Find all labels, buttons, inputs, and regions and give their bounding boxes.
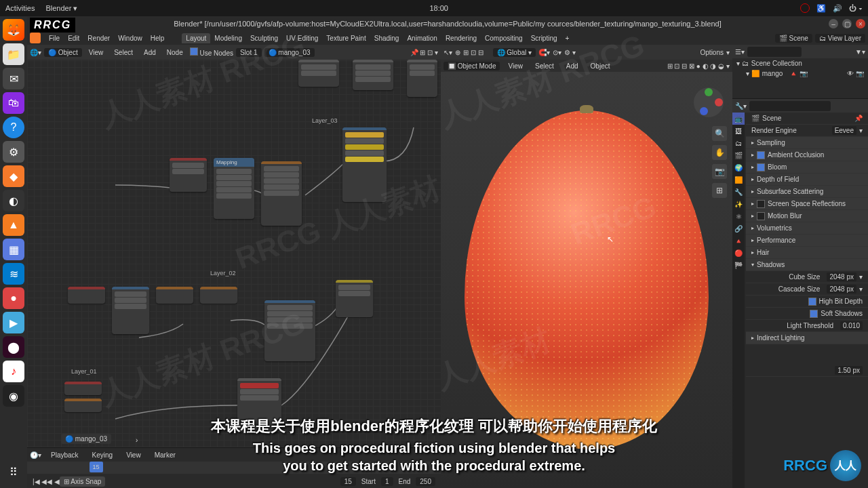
- vp-options-chevron[interactable]: ▾: [726, 49, 730, 56]
- prop-motion-blur[interactable]: ▸ Motion Blur: [746, 210, 868, 222]
- tl-view[interactable]: View: [122, 451, 145, 459]
- slot-dd[interactable]: Slot 1: [236, 48, 262, 57]
- tab-material[interactable]: 🔴: [732, 247, 745, 259]
- tab-render[interactable]: 📺: [732, 113, 745, 125]
- menu-help[interactable]: Help: [146, 35, 169, 42]
- tab-data[interactable]: 🔺: [732, 235, 745, 247]
- tab-object[interactable]: 🟧: [732, 174, 745, 186]
- prop-bloom[interactable]: ▸ Bloom: [746, 161, 868, 174]
- node-mapping-l2[interactable]: [112, 287, 149, 334]
- vp-orientation[interactable]: 🌐 Global ▾: [493, 48, 536, 57]
- camera-icon[interactable]: 📷: [712, 164, 727, 179]
- ws-sculpting[interactable]: Sculpting: [246, 33, 282, 43]
- timeline-icon[interactable]: 🕐▾: [30, 451, 41, 459]
- menu-window[interactable]: Window: [114, 35, 146, 42]
- outliner-item-mango[interactable]: ▾ 🟧 mango 🔺 📷 👁 📷: [732, 68, 868, 79]
- node-material-breadcrumb[interactable]: 🔵 mango_03: [61, 434, 111, 444]
- prop-render-engine[interactable]: Render EngineEevee ▾: [746, 125, 868, 137]
- clock[interactable]: 18:00: [77, 4, 800, 12]
- prop-scene-row[interactable]: 🎬 Scene📌: [746, 113, 868, 125]
- prop-cascade-size[interactable]: Cascade Size2048 px ▾: [746, 283, 868, 296]
- tl-marker[interactable]: Marker: [151, 451, 180, 459]
- node-generic-1[interactable]: [298, 60, 339, 87]
- ws-uv[interactable]: UV Editing: [282, 33, 322, 43]
- close-button[interactable]: ×: [856, 19, 865, 28]
- node-mix-l2a[interactable]: [264, 300, 315, 361]
- dock-obs[interactable]: ◉: [3, 385, 24, 407]
- outliner-search[interactable]: [747, 47, 802, 57]
- timeline-track[interactable]: 15: [27, 462, 441, 474]
- ws-texpaint[interactable]: Texture Paint: [322, 33, 370, 43]
- node-input-l1b[interactable]: [64, 399, 102, 412]
- tab-viewlayer[interactable]: 🗂: [732, 137, 745, 149]
- menu-file[interactable]: File: [45, 35, 64, 42]
- vp-cursor-icon[interactable]: ⊕: [455, 49, 460, 56]
- vh-add[interactable]: Add: [562, 62, 583, 70]
- prop-editor-icon[interactable]: 🔧▾: [735, 102, 747, 110]
- prop-sampling[interactable]: ▸ Sampling: [746, 137, 868, 149]
- dock-vlc[interactable]: ▲: [3, 214, 24, 236]
- prop-dof[interactable]: ▸ Depth of Field: [746, 174, 868, 186]
- zoom-icon[interactable]: 🔍: [712, 126, 727, 141]
- dock-show-apps[interactable]: ⠿: [3, 461, 24, 483]
- tab-constraint[interactable]: 🔗: [732, 222, 745, 235]
- app-indicator[interactable]: Blender ▾: [45, 4, 77, 13]
- dock-vscode[interactable]: ≋: [3, 263, 24, 285]
- persp-icon[interactable]: ⊞: [712, 183, 727, 198]
- dock-help[interactable]: ?: [3, 117, 24, 138]
- node-tex-l2b[interactable]: [200, 287, 237, 304]
- node-input-l2[interactable]: [68, 287, 105, 304]
- blender-logo-icon[interactable]: [30, 33, 41, 43]
- dock-thunderbird[interactable]: ✉: [3, 68, 24, 89]
- dock-app1[interactable]: ◐: [3, 190, 24, 211]
- prop-softshadows[interactable]: Soft Shadows: [746, 308, 868, 320]
- vp-shading-icons[interactable]: ⊞ ⊡ ⊟ ⊠ ● ◐ ◑ ◒ ▾: [667, 62, 730, 70]
- ws-animation[interactable]: Animation: [403, 33, 441, 43]
- vh-view[interactable]: View: [504, 62, 527, 70]
- node-mix-l2b[interactable]: [336, 280, 373, 317]
- tl-end-val[interactable]: 250: [416, 477, 435, 486]
- ws-add[interactable]: +: [561, 33, 574, 43]
- tab-physics[interactable]: ⚛: [732, 210, 745, 222]
- screen-record-icon[interactable]: [800, 3, 810, 13]
- menu-edit[interactable]: Edit: [64, 35, 83, 42]
- minimize-button[interactable]: –: [829, 19, 838, 28]
- tl-keying[interactable]: Keying: [88, 451, 117, 459]
- prop-viewport-px[interactable]: 1.50 px: [746, 365, 868, 377]
- prop-ssr[interactable]: ▸ Screen Space Reflections: [746, 198, 868, 210]
- navigation-gizmo[interactable]: [692, 85, 726, 119]
- prop-hair[interactable]: ▸ Hair: [746, 247, 868, 259]
- prop-volumetrics[interactable]: ▸ Volumetrics: [746, 222, 868, 235]
- outliner-icon[interactable]: ☰▾: [735, 48, 745, 56]
- tab-world[interactable]: 🌍: [732, 161, 745, 174]
- activities-label[interactable]: Activities: [5, 4, 35, 13]
- tl-playback[interactable]: Playback: [47, 451, 83, 459]
- dock-app5[interactable]: ⬤: [3, 336, 24, 358]
- dock-firefox[interactable]: 🦊: [3, 19, 24, 41]
- power-icon[interactable]: ⏻ ▾: [849, 4, 863, 12]
- ws-compositing[interactable]: Compositing: [481, 33, 527, 43]
- node-tex-l2a[interactable]: [156, 287, 193, 304]
- prop-performance[interactable]: ▸ Performance: [746, 235, 868, 247]
- timeline-cursor[interactable]: 15: [90, 462, 103, 472]
- nh-view[interactable]: View: [85, 49, 108, 56]
- prop-sss[interactable]: ▸ Subsurface Scattering: [746, 186, 868, 198]
- pan-icon[interactable]: ✋: [712, 145, 727, 160]
- tl-start-val[interactable]: 1: [381, 477, 393, 486]
- shader-type-dd[interactable]: 🔵 Object: [44, 48, 82, 57]
- dock-settings[interactable]: ⚙: [3, 141, 24, 163]
- vp-snap-icon[interactable]: 🧲▾: [538, 49, 550, 56]
- ws-layout[interactable]: Layout: [182, 33, 210, 43]
- vh-object[interactable]: Object: [587, 62, 614, 70]
- prop-light-threshold[interactable]: Light Threshold0.010: [746, 320, 868, 332]
- dock-software[interactable]: 🛍: [3, 92, 24, 114]
- tab-particles[interactable]: ✨: [732, 198, 745, 210]
- node-colorramp-l1[interactable]: [237, 378, 281, 432]
- dock-music[interactable]: ♪: [3, 361, 24, 382]
- ws-modeling[interactable]: Modeling: [210, 33, 246, 43]
- node-mix-l3[interactable]: [342, 127, 387, 202]
- dock-app2[interactable]: ▦: [3, 239, 24, 260]
- vp-extra-icons[interactable]: ⚙ ▾: [564, 49, 576, 56]
- dock-files[interactable]: 📁: [3, 43, 24, 65]
- vp-toolgroup[interactable]: ⊞ ⊡ ⊟: [463, 49, 484, 56]
